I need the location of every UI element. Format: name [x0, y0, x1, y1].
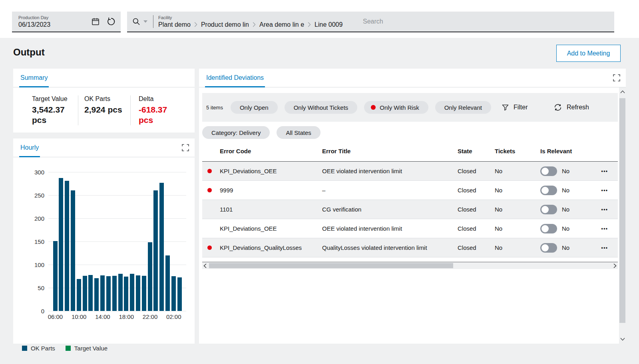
cell-risk — [202, 181, 217, 200]
reset-icon[interactable] — [106, 17, 116, 26]
cell-risk — [202, 219, 217, 238]
production-day-field[interactable]: Production Day 06/13/2023 — [12, 12, 121, 32]
chip-label: Only Open — [240, 104, 269, 111]
cell-risk — [202, 200, 217, 219]
screen: Production Day 06/13/2023 — [0, 0, 639, 364]
x-tick-label: 22:00 — [138, 313, 162, 320]
row-actions-menu[interactable]: ••• — [601, 207, 608, 212]
add-to-meeting-button[interactable]: Add to Meeting — [556, 45, 621, 62]
cell-error-code: 9999 — [217, 181, 319, 200]
quick-filter-chip[interactable]: Only Open — [231, 101, 278, 114]
scroll-up-icon[interactable] — [619, 90, 626, 93]
bar-ok-parts — [94, 278, 99, 311]
breadcrumb-chevron-icon — [308, 22, 311, 27]
scroll-right-icon[interactable] — [612, 263, 618, 268]
scroll-down-icon[interactable] — [619, 338, 626, 341]
bar-ok-parts — [124, 277, 128, 311]
column-header: State — [454, 141, 492, 161]
is-relevant-toggle[interactable] — [540, 243, 557, 253]
cell-tickets: No — [492, 162, 537, 180]
row-actions-menu[interactable]: ••• — [601, 226, 608, 231]
column-header-risk — [202, 141, 217, 161]
filter-button[interactable]: Filter — [502, 104, 528, 111]
y-tick-label: 300 — [24, 169, 44, 176]
toggle-knob — [541, 244, 549, 251]
search-input[interactable]: Search — [363, 18, 383, 25]
deviations-header: Identified Deviations — [199, 69, 626, 87]
table-row[interactable]: KPI_Deviations_QualityLossesQualityLosse… — [202, 238, 618, 257]
cell-actions: ••• — [591, 181, 618, 200]
breadcrumb-item[interactable]: Plant demo — [158, 21, 191, 28]
production-day-label: Production Day — [18, 15, 50, 20]
row-actions-menu[interactable]: ••• — [601, 168, 608, 174]
bar-ok-parts — [148, 242, 152, 311]
breadcrumb-item[interactable]: Area demo lin e — [259, 21, 304, 28]
legend-item: Target Value — [66, 345, 107, 352]
cell-error-title: OEE violated intervention limit — [319, 162, 454, 180]
field-divider — [153, 15, 153, 28]
summary-stats: Target Value3,542.37 pcsOK Parts2,924 pc… — [13, 87, 195, 125]
cell-actions: ••• — [591, 238, 618, 257]
quick-filter-chip[interactable]: Only Relevant — [435, 101, 491, 114]
legend-label: OK Parts — [31, 345, 55, 352]
chip-label: Only Without Tickets — [294, 104, 348, 111]
bar-ok-parts — [71, 190, 75, 311]
search-scope-icon[interactable] — [132, 17, 141, 26]
calendar-icon[interactable] — [91, 17, 100, 26]
cell-error-code: KPI_Deviations_QualityLosses — [217, 238, 319, 257]
row-actions-menu[interactable]: ••• — [601, 245, 608, 251]
refresh-button[interactable]: Refresh — [553, 103, 589, 112]
fullscreen-icon[interactable] — [613, 74, 620, 81]
horizontal-scrollbar-track[interactable] — [208, 262, 612, 269]
tab-summary[interactable]: Summary — [19, 69, 49, 87]
column-header: Error Code — [217, 141, 319, 161]
toggle-knob — [541, 187, 549, 194]
table-row[interactable]: 9999–ClosedNoNo••• — [202, 181, 618, 200]
chip-label: Only Relevant — [444, 104, 482, 111]
y-tick-label: 100 — [24, 261, 44, 268]
horizontal-scrollbar[interactable] — [202, 262, 618, 269]
cell-tickets: No — [492, 200, 537, 219]
breadcrumb-item[interactable]: Product demo lin — [201, 21, 249, 28]
tab-hourly[interactable]: Hourly — [19, 138, 40, 157]
applied-filter-chip[interactable]: All States — [277, 126, 320, 139]
bar-ok-parts — [100, 275, 105, 311]
table-row[interactable]: KPI_Deviations_OEEOEE violated intervent… — [202, 219, 618, 238]
bar-ok-parts — [83, 276, 87, 311]
cell-error-title: – — [319, 181, 454, 200]
summary-card-header: Summary — [13, 69, 195, 87]
table-row[interactable]: KPI_Deviations_OEEOEE violated intervent… — [202, 162, 618, 181]
vertical-scrollbar-thumb[interactable] — [619, 98, 625, 323]
legend-swatch — [22, 346, 27, 351]
horizontal-scrollbar-thumb[interactable] — [209, 263, 453, 268]
breadcrumb-item[interactable]: Line 0009 — [315, 21, 342, 28]
tab-identified-deviations[interactable]: Identified Deviations — [205, 69, 265, 87]
fullscreen-icon[interactable] — [182, 144, 189, 151]
dropdown-caret-icon[interactable] — [143, 20, 147, 23]
cell-error-title: OEE violated intervention limit — [319, 219, 454, 238]
cell-risk — [202, 162, 217, 180]
stat-value: 3,542.37 pcs — [32, 105, 77, 125]
table-row[interactable]: 1101CG verificationClosedNoNo••• — [202, 200, 618, 219]
cell-error-title: CG verification — [319, 200, 454, 219]
applied-filter-chips: Category: DeliveryAll States — [202, 126, 320, 139]
quick-filter-chip[interactable]: Only Without Tickets — [285, 101, 358, 114]
is-relevant-toggle[interactable] — [540, 186, 557, 195]
quick-filter-chip[interactable]: Only With Risk — [364, 101, 428, 114]
bar-ok-parts — [53, 241, 58, 311]
toggle-label: No — [562, 187, 569, 194]
legend-swatch — [66, 346, 71, 351]
vertical-scrollbar[interactable] — [619, 87, 626, 344]
is-relevant-toggle[interactable] — [540, 205, 557, 214]
bar-ok-parts — [165, 255, 170, 311]
chart-bars — [52, 172, 183, 311]
scroll-left-icon[interactable] — [202, 263, 208, 268]
is-relevant-toggle[interactable] — [540, 166, 557, 176]
cell-state: Closed — [454, 219, 492, 238]
row-actions-menu[interactable]: ••• — [601, 188, 608, 193]
summary-stat: Target Value3,542.37 pcs — [13, 95, 78, 125]
table-header: Error CodeError TitleStateTicketsIs Rele… — [202, 141, 618, 162]
x-tick-label: 06:00 — [43, 313, 67, 320]
is-relevant-toggle[interactable] — [540, 224, 557, 233]
applied-filter-chip[interactable]: Category: Delivery — [202, 126, 270, 139]
